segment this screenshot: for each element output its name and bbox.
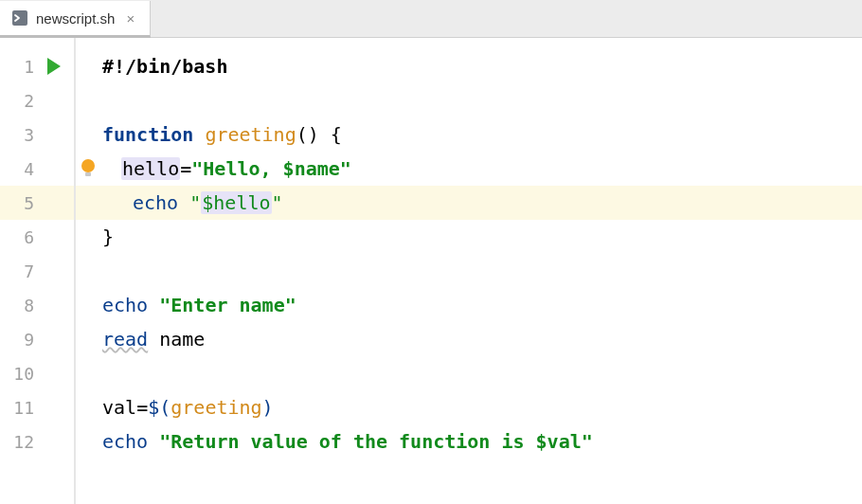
code-line[interactable]: echo "Enter name": [76, 288, 862, 322]
quote: ": [189, 191, 201, 214]
line-number: 4: [0, 159, 40, 179]
string-open: "Hello,: [191, 157, 282, 180]
gutter-row: 8: [0, 288, 74, 322]
gutter-row: 10: [0, 356, 74, 390]
line-number: 7: [0, 261, 40, 281]
code-area[interactable]: #!/bin/bash function greeting() { hello=…: [74, 38, 862, 504]
close-icon[interactable]: ×: [122, 10, 138, 27]
string-var: $name: [283, 157, 340, 180]
code-line[interactable]: }: [76, 220, 862, 254]
line-number: 5: [0, 193, 40, 213]
variable-assign: hello: [121, 157, 180, 180]
code-line[interactable]: [76, 83, 862, 117]
string-close: ": [582, 430, 593, 453]
code-line[interactable]: read name: [76, 322, 862, 356]
read-target: name: [159, 328, 205, 351]
code-line[interactable]: [76, 356, 862, 390]
quote: ": [272, 191, 283, 214]
string-open: "Return value of the function is: [159, 430, 535, 453]
function-name: greeting: [205, 123, 296, 146]
gutter-row: 11: [0, 390, 74, 424]
gutter: 1 2 3 4 5 6 7 8 9 10 11 12: [0, 38, 74, 504]
gutter-row: 7: [0, 254, 74, 288]
line-number: 8: [0, 296, 40, 315]
gutter-row: 4: [0, 152, 74, 186]
line-number: 12: [0, 432, 40, 452]
read-cmd: read: [102, 328, 148, 351]
line-number: 1: [0, 57, 40, 77]
gutter-row: 12: [0, 424, 74, 459]
string-literal: "Enter name": [159, 294, 296, 316]
close-brace: }: [102, 225, 114, 248]
svg-rect-0: [12, 10, 27, 26]
editor: 1 2 3 4 5 6 7 8 9 10 11 12 #!/bin/bash f…: [0, 38, 862, 504]
echo-cmd: echo: [102, 294, 148, 316]
line-number: 3: [0, 125, 40, 145]
equals: =: [180, 157, 191, 180]
line-number: 11: [0, 398, 40, 418]
string-var: $hello: [201, 191, 271, 214]
code-line[interactable]: function greeting() {: [76, 117, 862, 152]
code-line[interactable]: echo "Return value of the function is $v…: [76, 424, 862, 459]
equals: =: [136, 396, 148, 419]
string-var: $val: [536, 430, 582, 453]
gutter-row: 6: [0, 220, 74, 254]
variable-assign: val: [102, 396, 136, 419]
paren-brace: () {: [296, 123, 342, 146]
cmdsub-open: $(: [148, 396, 171, 419]
shell-file-icon: [11, 9, 28, 27]
line-number: 9: [0, 330, 40, 350]
gutter-row: 5: [0, 186, 74, 220]
lightbulb-icon[interactable]: [80, 158, 97, 179]
run-icon[interactable]: [47, 58, 61, 75]
tab-newscript[interactable]: newscript.sh ×: [0, 1, 151, 38]
echo-cmd: echo: [133, 191, 178, 214]
string-close: ": [340, 157, 351, 180]
line-number: 10: [0, 364, 40, 384]
gutter-row: 3: [0, 117, 74, 152]
tab-bar: newscript.sh ×: [0, 0, 862, 38]
line-number: 2: [0, 91, 40, 111]
function-call: greeting: [171, 396, 261, 419]
code-line[interactable]: [76, 254, 862, 288]
line-number: 6: [0, 227, 40, 247]
echo-cmd: echo: [102, 430, 148, 453]
code-line[interactable]: echo "$hello": [76, 186, 862, 220]
svg-rect-2: [85, 172, 91, 176]
svg-point-1: [81, 159, 95, 172]
shebang: #!/bin/bash: [102, 55, 227, 78]
tab-filename: newscript.sh: [36, 10, 115, 27]
cmdsub-close: ): [262, 396, 274, 419]
code-line[interactable]: val=$(greeting): [76, 390, 862, 424]
gutter-row: 2: [0, 83, 74, 117]
keyword-function: function: [102, 123, 193, 146]
code-line[interactable]: hello="Hello, $name": [76, 152, 862, 186]
gutter-row: 9: [0, 322, 74, 356]
gutter-row: 1: [0, 49, 74, 83]
code-line[interactable]: #!/bin/bash: [76, 49, 862, 83]
